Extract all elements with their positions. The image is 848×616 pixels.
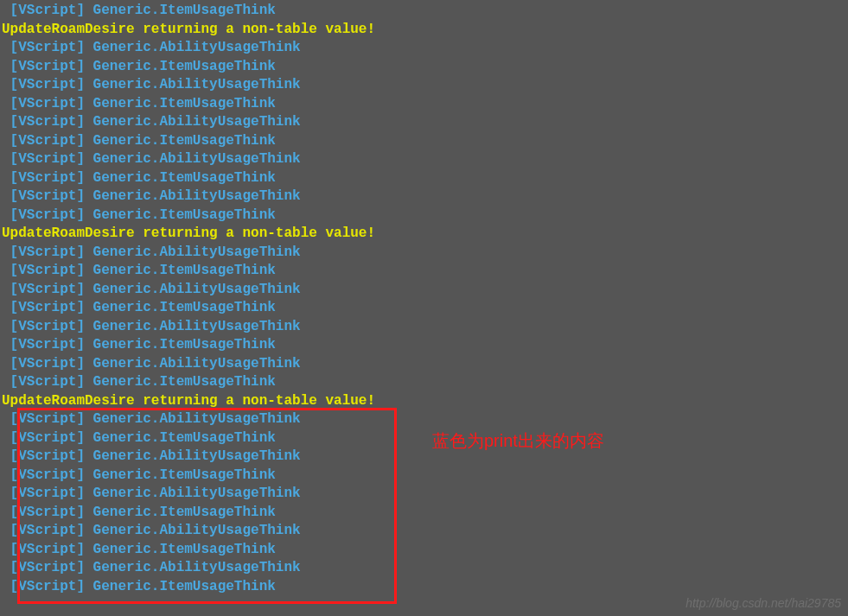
console-line: UpdateRoamDesire returning a non-table v…	[2, 392, 848, 411]
console-line: [VScript] Generic.AbilityUsageThink	[2, 244, 848, 263]
console-line: [VScript] Generic.AbilityUsageThink	[2, 355, 848, 374]
console-line: [VScript] Generic.AbilityUsageThink	[2, 522, 848, 541]
console-line: [VScript] Generic.AbilityUsageThink	[2, 39, 848, 58]
console-line: [VScript] Generic.AbilityUsageThink	[2, 76, 848, 95]
console-line: [VScript] Generic.ItemUsageThink	[2, 429, 848, 448]
console-line: [VScript] Generic.AbilityUsageThink	[2, 150, 848, 169]
console-line: [VScript] Generic.ItemUsageThink	[2, 2, 848, 21]
console-line: [VScript] Generic.AbilityUsageThink	[2, 410, 848, 429]
console-line: [VScript] Generic.AbilityUsageThink	[2, 318, 848, 337]
console-line: [VScript] Generic.ItemUsageThink	[2, 206, 848, 225]
console-line: [VScript] Generic.AbilityUsageThink	[2, 559, 848, 578]
console-line: [VScript] Generic.AbilityUsageThink	[2, 187, 848, 206]
console-line: [VScript] Generic.AbilityUsageThink	[2, 281, 848, 300]
console-output: [VScript] Generic.ItemUsageThinkUpdateRo…	[0, 0, 848, 596]
console-line: [VScript] Generic.AbilityUsageThink	[2, 485, 848, 504]
console-line: [VScript] Generic.ItemUsageThink	[2, 95, 848, 114]
console-line: [VScript] Generic.ItemUsageThink	[2, 541, 848, 560]
console-line: UpdateRoamDesire returning a non-table v…	[2, 21, 848, 40]
console-line: [VScript] Generic.ItemUsageThink	[2, 299, 848, 318]
console-line: [VScript] Generic.ItemUsageThink	[2, 169, 848, 188]
console-line: [VScript] Generic.ItemUsageThink	[2, 58, 848, 77]
console-line: [VScript] Generic.ItemUsageThink	[2, 373, 848, 392]
console-line: [VScript] Generic.ItemUsageThink	[2, 262, 848, 281]
watermark: http://blog.csdn.net/hai29785	[685, 594, 841, 613]
console-line: [VScript] Generic.ItemUsageThink	[2, 467, 848, 486]
console-line: [VScript] Generic.ItemUsageThink	[2, 132, 848, 151]
console-line: [VScript] Generic.AbilityUsageThink	[2, 113, 848, 132]
annotation-text: 蓝色为print出来的内容	[432, 432, 604, 451]
console-line: [VScript] Generic.ItemUsageThink	[2, 336, 848, 355]
console-line: [VScript] Generic.ItemUsageThink	[2, 504, 848, 523]
console-line: UpdateRoamDesire returning a non-table v…	[2, 225, 848, 244]
console-line: [VScript] Generic.AbilityUsageThink	[2, 448, 848, 467]
